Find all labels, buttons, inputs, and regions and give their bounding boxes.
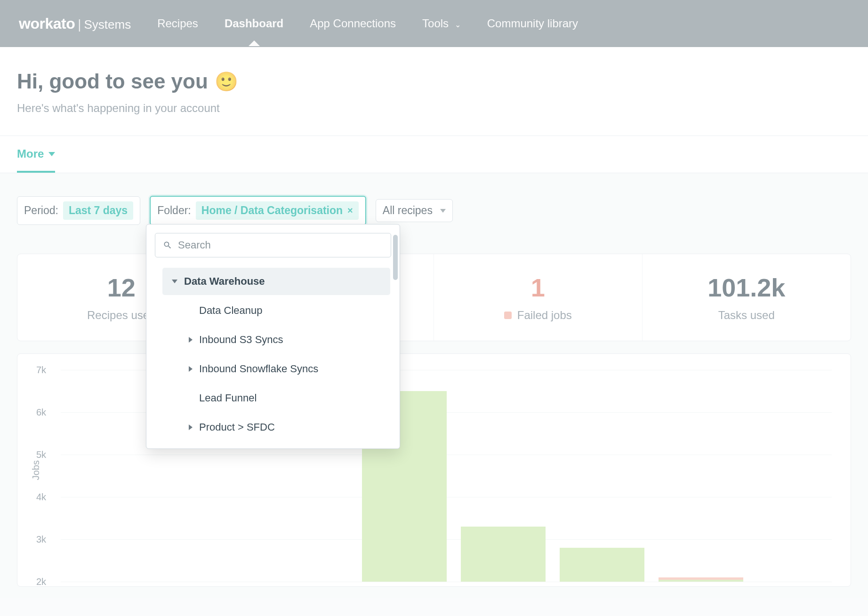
- filter-folder[interactable]: Folder: Home / Data Categorisation ×: [150, 196, 366, 225]
- greeting-text: Hi, good to see you: [17, 70, 208, 93]
- chevron-right-icon: [189, 337, 193, 343]
- tree-item-label: Inbound S3 Syncs: [199, 334, 283, 346]
- stat-tasks-used-value: 101.2k: [652, 273, 842, 302]
- filter-folder-value: Home / Data Categorisation: [201, 204, 343, 217]
- brand: workato | Systems: [19, 15, 131, 32]
- nav-community-library[interactable]: Community library: [487, 17, 578, 30]
- tree-item-label: Inbound Snowflake Syncs: [199, 363, 318, 375]
- stat-tasks-used: 101.2k Tasks used: [643, 254, 851, 341]
- stat-tasks-used-label: Tasks used: [718, 309, 775, 322]
- nav-items: Recipes Dashboard App Connections Tools …: [157, 17, 578, 30]
- brand-sub: Systems: [84, 17, 131, 32]
- chart-ytick: 5k: [36, 449, 46, 460]
- nav-dashboard[interactable]: Dashboard: [225, 17, 283, 30]
- chart-ylabel: Jobs: [31, 460, 41, 480]
- chevron-down-icon: [48, 152, 55, 156]
- filter-folder-chip: Home / Data Categorisation ×: [196, 201, 359, 220]
- tabs-row: More: [0, 136, 868, 173]
- nav-tools[interactable]: Tools ⌄: [422, 17, 461, 30]
- tree-item[interactable]: Data Warehouse: [162, 268, 390, 295]
- chart-bar-successful: [461, 527, 546, 582]
- stat-failed-jobs-label-text: Failed jobs: [517, 309, 572, 322]
- search-input-wrapper[interactable]: [155, 233, 391, 257]
- stat-recipes-used-label: Recipes used: [87, 309, 155, 322]
- chart-ytick: 3k: [36, 534, 46, 545]
- filter-period[interactable]: Period: Last 7 days: [17, 196, 140, 225]
- brand-divider-icon: |: [78, 17, 81, 32]
- chart-bar-successful: [659, 580, 743, 582]
- top-nav: workato | Systems Recipes Dashboard App …: [0, 0, 868, 47]
- search-input[interactable]: [178, 239, 383, 251]
- search-icon: [163, 240, 172, 250]
- folder-dropdown: Data WarehouseData CleanupInbound S3 Syn…: [146, 224, 400, 449]
- chart-bar: [65, 370, 150, 582]
- nav-tools-label: Tools: [422, 17, 449, 30]
- tree-item-label: Data Cleanup: [199, 304, 263, 317]
- jobs-chart: Jobs 7k6k5k4k3k2k: [17, 353, 851, 587]
- chevron-down-icon: ⌄: [455, 21, 461, 29]
- failed-legend-icon: [504, 312, 512, 319]
- chart-gridline: [61, 582, 832, 582]
- filter-period-chip: Last 7 days: [63, 201, 133, 220]
- chevron-right-icon: [189, 366, 193, 372]
- spacer: [189, 396, 193, 400]
- tree-item[interactable]: Lead Funnel: [179, 384, 390, 412]
- stat-failed-jobs-value: 1: [443, 273, 633, 302]
- scrollbar[interactable]: [393, 235, 398, 280]
- tab-more-label: More: [17, 147, 44, 160]
- smile-emoji-icon: 🙂: [215, 71, 238, 93]
- tree-item[interactable]: Inbound S3 Syncs: [179, 326, 390, 353]
- folder-tree: Data WarehouseData CleanupInbound S3 Syn…: [146, 264, 400, 445]
- nav-app-connections[interactable]: App Connections: [310, 17, 396, 30]
- stat-failed-jobs: 1 Failed jobs: [434, 254, 643, 341]
- tree-item-label: Lead Funnel: [199, 392, 257, 404]
- close-icon[interactable]: ×: [347, 205, 353, 216]
- chart-bar: [560, 370, 644, 582]
- filter-recipes[interactable]: All recipes: [376, 199, 453, 222]
- nav-recipes[interactable]: Recipes: [157, 17, 198, 30]
- chevron-right-icon: [189, 424, 193, 430]
- chart-bar: [659, 370, 743, 582]
- stat-failed-jobs-label: Failed jobs: [504, 309, 572, 322]
- chart-bar-successful: [560, 548, 644, 582]
- chevron-down-icon: [172, 280, 177, 283]
- page-header: Hi, good to see you 🙂 Here's what's happ…: [0, 47, 868, 136]
- brand-name: workato: [19, 15, 75, 32]
- filter-recipes-value: All recipes: [383, 204, 433, 217]
- tree-item[interactable]: Data Cleanup: [179, 297, 390, 324]
- chart-ytick: 2k: [36, 576, 46, 587]
- tree-item[interactable]: Inbound Snowflake Syncs: [179, 355, 390, 383]
- spacer: [189, 309, 193, 312]
- filter-folder-label: Folder:: [157, 204, 191, 217]
- chart-ytick: 6k: [36, 407, 46, 418]
- filter-period-label: Period:: [24, 204, 58, 217]
- tree-item[interactable]: Product > SFDC: [179, 414, 390, 441]
- chart-bar: [461, 370, 546, 582]
- tree-item-label: Product > SFDC: [199, 421, 275, 433]
- tab-more[interactable]: More: [17, 147, 55, 173]
- chevron-down-icon: [440, 209, 446, 213]
- greeting-subtitle: Here's what's happening in your account: [17, 102, 851, 115]
- stats-row: 12 Recipes used 1 Failed jobs 101.2k Tas…: [17, 254, 851, 341]
- chart-ytick: 4k: [36, 492, 46, 503]
- chart-ytick: 7k: [36, 365, 46, 376]
- filter-period-value: Last 7 days: [69, 204, 128, 217]
- tree-item-label: Data Warehouse: [184, 275, 265, 288]
- filters-row: Period: Last 7 days Folder: Home / Data …: [0, 173, 868, 235]
